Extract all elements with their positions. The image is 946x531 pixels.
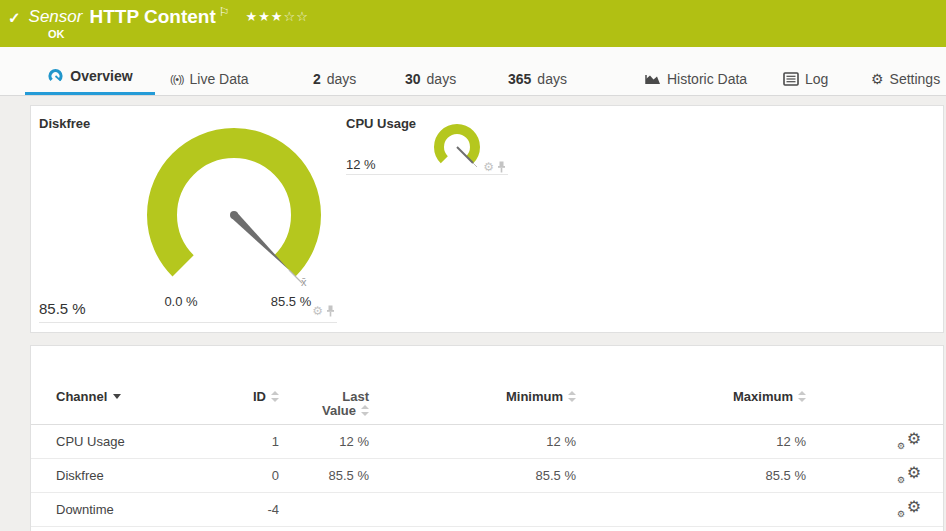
gear-large-icon: ⚙	[907, 427, 921, 451]
gear-large-icon: ⚙	[907, 495, 921, 519]
tab-historic-data-label: Historic Data	[667, 71, 747, 87]
channel-table-header: Channel ID Last Value Minimum Maximum	[31, 346, 943, 425]
channel-minimum: 85.5 %	[426, 459, 576, 493]
cpu-widget-icons: ⚙	[483, 160, 506, 174]
tab-live-data-label: Live Data	[190, 71, 249, 87]
tab-historic-data[interactable]: Historic Data	[645, 63, 747, 95]
tab-settings-label: Settings	[890, 71, 941, 87]
cpu-gauge-widget[interactable]: CPU Usage 12 % ⚙	[346, 112, 508, 175]
sensor-status-header: ✓ Sensor HTTP Content ⚐ ★★★☆☆ OK	[0, 0, 946, 47]
cpu-current-value: 12 %	[346, 157, 376, 172]
broadcast-icon: ((•))	[170, 73, 184, 85]
diskfree-title: Diskfree	[39, 116, 90, 131]
header-id-label: ID	[253, 389, 266, 404]
priority-stars[interactable]: ★★★☆☆	[246, 9, 309, 24]
status-check-icon: ✓	[8, 9, 21, 27]
header-id[interactable]: ID	[181, 390, 279, 404]
diskfree-current-value: 85.5 %	[39, 300, 86, 317]
channel-settings-icon[interactable]: ⚙⚙	[897, 498, 921, 522]
log-list-icon	[783, 72, 799, 86]
tab-settings[interactable]: ⚙ Settings	[871, 63, 940, 95]
channel-id: 1	[181, 425, 279, 459]
stars-filled: ★★★	[246, 9, 284, 24]
diskfree-gauge-widget[interactable]: Diskfree 0.0 % 85.5 % x̄ 85.5 % ⚙	[39, 112, 337, 323]
gear-large-icon: ⚙	[907, 461, 921, 485]
diskfree-scale-min: 0.0 %	[151, 294, 211, 309]
tab-bar: Overview ((•)) Live Data 2 days 30 days …	[0, 47, 946, 96]
channel-table-panel: Channel ID Last Value Minimum Maximum CP…	[30, 345, 944, 531]
tab-365-days-number: 365	[508, 71, 531, 87]
sort-icon	[798, 391, 806, 402]
tab-30-days[interactable]: 30 days	[405, 63, 456, 95]
header-minimum[interactable]: Minimum	[426, 390, 576, 404]
gear-icon: ⚙	[871, 71, 884, 87]
sort-desc-icon	[113, 394, 121, 399]
sort-icon	[361, 405, 369, 416]
channel-maximum: 85.5 %	[656, 459, 806, 493]
widget-gear-icon[interactable]: ⚙	[483, 160, 494, 174]
tab-2-days[interactable]: 2 days	[313, 63, 356, 95]
sensor-title-row: ✓ Sensor HTTP Content ⚐ ★★★☆☆	[8, 6, 309, 28]
header-last-line1: Last	[271, 390, 369, 404]
tab-365-days[interactable]: 365 days	[508, 63, 567, 95]
gauge-icon	[47, 68, 64, 84]
cpu-title: CPU Usage	[346, 116, 416, 131]
tab-365-days-unit: days	[537, 71, 567, 87]
channel-minimum: 12 %	[426, 425, 576, 459]
tab-log-label: Log	[805, 71, 828, 87]
channel-id: -4	[181, 493, 279, 527]
gauges-panel: Diskfree 0.0 % 85.5 % x̄ 85.5 % ⚙ CPU Us…	[30, 105, 944, 333]
gear-small-icon: ⚙	[897, 434, 905, 458]
channel-id: 0	[181, 459, 279, 493]
tab-2-days-number: 2	[313, 71, 321, 87]
pin-icon[interactable]	[326, 305, 335, 317]
channel-last-value: 12 %	[271, 425, 369, 459]
header-maximum[interactable]: Maximum	[656, 390, 806, 404]
tab-live-data[interactable]: ((•)) Live Data	[170, 63, 249, 95]
status-badge: OK	[48, 28, 65, 40]
widget-gear-icon[interactable]: ⚙	[312, 304, 323, 318]
tab-overview-label: Overview	[70, 68, 132, 84]
table-row-cpu-usage: CPU Usage 1 12 % 12 % 12 % ⚙⚙	[31, 425, 943, 459]
tab-30-days-unit: days	[427, 71, 457, 87]
tab-30-days-number: 30	[405, 71, 421, 87]
header-channel-label: Channel	[56, 389, 107, 404]
channel-last-value: 85.5 %	[271, 459, 369, 493]
diskfree-widget-icons: ⚙	[312, 304, 335, 318]
sort-icon	[568, 391, 576, 402]
header-maximum-label: Maximum	[733, 389, 793, 404]
pin-icon[interactable]	[497, 161, 506, 173]
channel-settings-icon[interactable]: ⚙⚙	[897, 464, 921, 488]
cpu-gauge	[431, 121, 483, 173]
gear-small-icon: ⚙	[897, 502, 905, 526]
header-last-line2: Value	[322, 403, 356, 418]
tab-overview[interactable]: Overview	[25, 60, 155, 95]
table-row-downtime: Downtime -4 ⚙⚙	[31, 493, 943, 527]
tab-log[interactable]: Log	[783, 63, 828, 95]
object-kind-label: Sensor	[29, 7, 83, 27]
diskfree-mean-marker: x̄	[301, 276, 307, 288]
area-chart-icon	[645, 72, 661, 86]
tab-2-days-unit: days	[327, 71, 357, 87]
channel-settings-icon[interactable]: ⚙⚙	[897, 430, 921, 454]
flag-icon[interactable]: ⚐	[219, 5, 230, 19]
channel-maximum: 12 %	[656, 425, 806, 459]
header-last-value[interactable]: Last Value	[271, 390, 369, 418]
header-minimum-label: Minimum	[506, 389, 563, 404]
sensor-name: HTTP Content	[89, 6, 215, 28]
table-row-diskfree: Diskfree 0 85.5 % 85.5 % 85.5 % ⚙⚙	[31, 459, 943, 493]
gear-small-icon: ⚙	[897, 468, 905, 492]
stars-empty: ☆☆	[284, 9, 309, 24]
